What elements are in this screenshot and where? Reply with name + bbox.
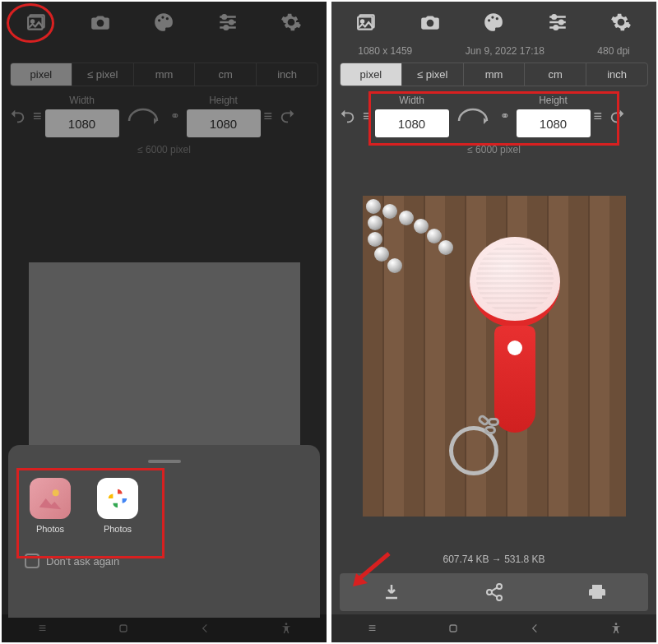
print-button[interactable] [572, 582, 622, 602]
android-navbar: ≡ [2, 614, 327, 642]
max-size-hint: ≤ 6000 pixel [331, 142, 656, 157]
dimensions-row: ≡ Width ⚭ Height ≡ [2, 90, 327, 142]
svg-point-21 [559, 21, 563, 24]
svg-point-4 [158, 19, 160, 21]
top-toolbar [331, 2, 656, 43]
palette-icon[interactable] [143, 2, 184, 43]
redo-icon[interactable] [276, 107, 300, 125]
app-photos-gallery[interactable]: Photos [25, 478, 76, 534]
meta-dpi: 480 dpi [597, 45, 629, 57]
palette-icon[interactable] [473, 2, 514, 43]
left-screenshot: pixel ≤ pixel mm cm inch ≡ Width ⚭ Heigh… [2, 2, 327, 642]
link-icon[interactable]: ⚭ [170, 109, 180, 123]
gallery-icon[interactable] [346, 2, 387, 43]
sheet-handle[interactable] [148, 460, 181, 463]
nav-accessibility-icon[interactable] [270, 622, 303, 635]
height-input[interactable] [187, 109, 261, 137]
app-google-photos[interactable]: Photos [92, 478, 143, 534]
undo-icon[interactable] [335, 107, 359, 125]
meta-date: Jun 9, 2022 17:18 [466, 45, 544, 57]
menu-icon[interactable]: ≡ [363, 108, 372, 125]
svg-point-7 [222, 15, 225, 18]
tune-icon[interactable] [537, 2, 578, 43]
crochet-mic [470, 237, 560, 433]
svg-rect-26 [450, 625, 456, 632]
svg-point-23 [497, 584, 502, 589]
unit-tabs: pixel ≤ pixel mm cm inch [340, 63, 648, 86]
unit-tab-mm[interactable]: mm [134, 63, 196, 86]
gallery-icon[interactable] [16, 2, 58, 43]
menu-icon[interactable]: ≡ [594, 108, 603, 125]
download-button[interactable] [367, 582, 416, 602]
width-label: Width [399, 95, 424, 106]
filesize-info: 607.74 KB → 531.8 KB [331, 549, 656, 570]
nav-accessibility-icon[interactable] [600, 622, 633, 635]
svg-point-10 [53, 489, 59, 496]
height-input[interactable] [517, 109, 591, 137]
canvas-area [331, 157, 656, 549]
unit-tab-pixel[interactable]: pixel [11, 63, 72, 86]
svg-point-18 [492, 16, 494, 18]
camera-icon[interactable] [80, 2, 121, 43]
svg-point-15 [361, 20, 364, 22]
svg-point-20 [552, 15, 555, 18]
swap-icon[interactable] [123, 104, 164, 128]
nav-home-icon[interactable] [107, 622, 140, 635]
google-photos-icon [97, 478, 138, 519]
dimensions-row: ≡ Width ⚭ Height ≡ [331, 90, 656, 142]
unit-tab-cm[interactable]: cm [525, 63, 586, 86]
meta-row-empty [2, 43, 327, 59]
menu-icon[interactable]: ≡ [33, 108, 42, 125]
unit-tab-lepixel[interactable]: ≤ pixel [402, 63, 464, 86]
height-label: Height [539, 95, 568, 106]
nav-menu-icon[interactable]: ≡ [25, 621, 58, 636]
unit-tab-inch[interactable]: inch [257, 63, 317, 86]
nav-back-icon[interactable] [518, 623, 551, 634]
width-input[interactable] [375, 109, 449, 137]
width-label: Width [69, 95, 95, 106]
svg-point-17 [488, 19, 490, 21]
right-screenshot: 1080 x 1459 Jun 9, 2022 17:18 480 dpi pi… [331, 2, 656, 642]
width-input[interactable] [45, 109, 119, 137]
unit-tabs: pixel ≤ pixel mm cm inch [10, 63, 318, 86]
bead-chain [363, 196, 470, 270]
nav-back-icon[interactable] [188, 623, 221, 634]
redo-icon[interactable] [605, 107, 630, 125]
svg-point-9 [225, 25, 228, 29]
app-chooser-sheet: Photos Photos Don't ask again [8, 445, 320, 618]
top-toolbar [2, 2, 327, 43]
menu-icon[interactable]: ≡ [264, 108, 273, 125]
dont-ask-label: Don't ask again [46, 555, 119, 568]
unit-tab-lepixel[interactable]: ≤ pixel [72, 63, 134, 86]
svg-point-3 [97, 20, 104, 27]
unit-tab-mm[interactable]: mm [464, 63, 526, 86]
svg-point-24 [487, 590, 492, 595]
unit-tab-pixel[interactable]: pixel [341, 63, 402, 86]
image-preview[interactable] [363, 196, 626, 517]
share-button[interactable] [470, 582, 519, 602]
image-meta: 1080 x 1459 Jun 9, 2022 17:18 480 dpi [331, 43, 656, 59]
swap-icon[interactable] [452, 104, 494, 128]
nav-home-icon[interactable] [437, 622, 470, 635]
settings-icon[interactable] [600, 2, 642, 43]
max-size-hint: ≤ 6000 pixel [2, 142, 327, 157]
meta-dimensions: 1080 x 1459 [358, 45, 412, 57]
svg-point-25 [497, 595, 502, 600]
svg-point-5 [162, 16, 164, 18]
settings-icon[interactable] [271, 2, 312, 43]
svg-point-12 [285, 623, 287, 625]
unit-tab-cm[interactable]: cm [195, 63, 257, 86]
svg-point-2 [31, 20, 34, 22]
app-label: Photos [104, 524, 132, 534]
svg-point-19 [496, 17, 498, 20]
link-icon[interactable]: ⚭ [500, 109, 510, 123]
svg-point-22 [554, 25, 558, 29]
undo-icon[interactable] [5, 107, 30, 125]
tune-icon[interactable] [207, 2, 248, 43]
dont-ask-checkbox[interactable] [25, 554, 39, 568]
unit-tab-inch[interactable]: inch [586, 63, 647, 86]
nav-menu-icon[interactable]: ≡ [355, 621, 388, 636]
android-navbar: ≡ [331, 614, 656, 642]
camera-icon[interactable] [410, 2, 451, 43]
gallery-pink-icon [30, 478, 71, 519]
